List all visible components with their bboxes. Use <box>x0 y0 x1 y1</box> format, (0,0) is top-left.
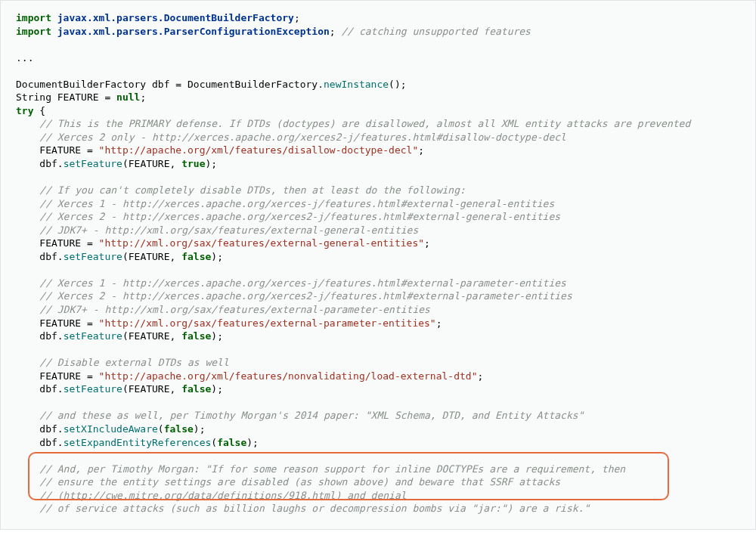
string-literal: "http://apache.org/xml/features/nonvalid… <box>99 370 478 382</box>
string-literal: "http://apache.org/xml/features/disallow… <box>99 144 419 156</box>
blank-line <box>1 343 755 357</box>
comment-line: // JDK7+ - http://xml.org/sax/features/e… <box>1 224 755 237</box>
comment-line: // ensure the entity settings are disabl… <box>1 475 755 489</box>
code-line: DocumentBuilderFactory dbf = DocumentBui… <box>1 78 755 91</box>
comment-line: // Xerces 1 - http://xerces.apache.org/x… <box>1 277 755 290</box>
method-call: setXIncludeAware <box>64 423 158 435</box>
keyword-false: false <box>181 330 211 342</box>
comment-line: // And, per Timothy Morgan: "If for some… <box>1 463 755 476</box>
keyword-true: true <box>181 158 205 169</box>
method-call: setExpandEntityReferences <box>64 437 212 448</box>
comment-line: // Xerces 2 - http://xerces.apache.org/x… <box>1 210 755 224</box>
code-line: dbf.setXIncludeAware(false); <box>1 423 755 436</box>
method-call: newInstance <box>324 79 389 90</box>
blank-line <box>1 396 755 410</box>
comment-line: // (http://cwe.mitre.org/data/definition… <box>1 489 755 503</box>
comment-line: // and these as well, per Timothy Morgan… <box>1 409 755 423</box>
comment-line: // JDK7+ - http://xml.org/sax/features/e… <box>1 303 755 317</box>
code-line: dbf.setFeature(FEATURE, false); <box>1 250 755 264</box>
code-line: import javax.xml.parsers.DocumentBuilder… <box>1 11 755 25</box>
blank-line <box>1 263 755 277</box>
code-line: FEATURE = "http://apache.org/xml/feature… <box>1 370 755 383</box>
comment-line: // Xerces 2 only - http://xerces.apache.… <box>1 131 755 144</box>
method-call: setFeature <box>64 158 122 169</box>
code-line: ... <box>1 51 755 65</box>
keyword-false: false <box>181 383 211 395</box>
keyword-try: try <box>16 105 33 116</box>
comment-line: // If you can't completely disable DTDs,… <box>1 184 755 197</box>
code-line: import javax.xml.parsers.ParserConfigura… <box>1 25 755 39</box>
comment-line: // Disable external DTDs as well <box>1 356 755 370</box>
keyword-false: false <box>217 437 246 448</box>
comment-line: // This is the PRIMARY defense. If DTDs … <box>1 117 755 131</box>
code-line: FEATURE = "http://xml.org/sax/features/e… <box>1 317 755 330</box>
import-path: javax.xml.parsers.DocumentBuilderFactory <box>57 12 294 23</box>
comment-line: // of service attacks (such as billion l… <box>1 502 755 515</box>
code-line: String FEATURE = null; <box>1 91 755 104</box>
blank-line <box>1 171 755 184</box>
method-call: setFeature <box>64 383 122 395</box>
comment-line: // Xerces 1 - http://xerces.apache.org/x… <box>1 197 755 211</box>
comment: // catching unsupported features <box>341 26 530 37</box>
keyword-false: false <box>181 251 211 262</box>
code-line: FEATURE = "http://apache.org/xml/feature… <box>1 144 755 157</box>
keyword-import: import <box>16 26 51 37</box>
string-literal: "http://xml.org/sax/features/external-ge… <box>99 237 424 249</box>
blank-line <box>1 38 755 51</box>
comment-line: // Xerces 2 - http://xerces.apache.org/x… <box>1 289 755 303</box>
keyword-null: null <box>116 91 140 103</box>
blank-line <box>1 449 755 463</box>
keyword-import: import <box>16 12 51 23</box>
code-line: dbf.setFeature(FEATURE, true); <box>1 157 755 171</box>
method-call: setFeature <box>64 330 122 342</box>
code-line: dbf.setFeature(FEATURE, false); <box>1 382 755 396</box>
blank-line <box>1 64 755 78</box>
keyword-false: false <box>164 423 194 435</box>
code-line: dbf.setExpandEntityReferences(false); <box>1 436 755 450</box>
code-line: try { <box>1 104 755 118</box>
method-call: setFeature <box>64 251 122 262</box>
code-line: FEATURE = "http://xml.org/sax/features/e… <box>1 237 755 250</box>
code-line: dbf.setFeature(FEATURE, false); <box>1 330 755 343</box>
code-block: import javax.xml.parsers.DocumentBuilder… <box>0 0 756 530</box>
import-path: javax.xml.parsers.ParserConfigurationExc… <box>57 26 330 37</box>
string-literal: "http://xml.org/sax/features/external-pa… <box>99 317 436 329</box>
